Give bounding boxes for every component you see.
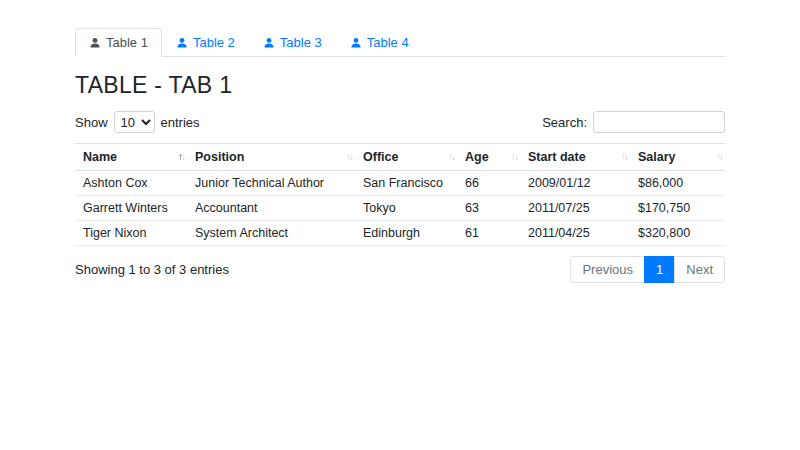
cell-position: Accountant [187, 196, 355, 221]
cell-office: Edinburgh [355, 221, 457, 246]
tab-table-4[interactable]: Table 4 [336, 28, 423, 57]
entries-label: entries [161, 115, 200, 130]
cell-office: San Francisco [355, 171, 457, 196]
cell-office: Tokyo [355, 196, 457, 221]
cell-name: Tiger Nixon [75, 221, 187, 246]
tab-label: Table 3 [280, 35, 322, 50]
table-controls: Show 10 entries Search: [75, 111, 725, 133]
person-icon [176, 37, 188, 49]
column-header-salary[interactable]: Salary ↑↓ [630, 144, 725, 171]
main-container: Table 1 Table 2 Table 3 Table 4 TABLE - … [75, 28, 725, 283]
column-header-position[interactable]: Position ↑↓ [187, 144, 355, 171]
tab-label: Table 4 [367, 35, 409, 50]
cell-start-date: 2009/01/12 [520, 171, 630, 196]
cell-age: 63 [457, 196, 520, 221]
table-info: Showing 1 to 3 of 3 entries [75, 262, 229, 277]
tab-table-1[interactable]: Table 1 [75, 28, 162, 57]
table-footer: Showing 1 to 3 of 3 entries Previous 1 N… [75, 256, 725, 283]
cell-position: System Architect [187, 221, 355, 246]
pagination-next-button[interactable]: Next [674, 256, 725, 283]
cell-salary: $320,800 [630, 221, 725, 246]
cell-age: 66 [457, 171, 520, 196]
tab-table-3[interactable]: Table 3 [249, 28, 336, 57]
column-header-name[interactable]: Name ↑↓ [75, 144, 187, 171]
cell-position: Junior Technical Author [187, 171, 355, 196]
tab-bar: Table 1 Table 2 Table 3 Table 4 [75, 28, 725, 57]
search-input[interactable] [593, 111, 725, 133]
table-row: Ashton Cox Junior Technical Author San F… [75, 171, 725, 196]
tab-label: Table 2 [193, 35, 235, 50]
column-header-office[interactable]: Office ↑↓ [355, 144, 457, 171]
pagination-previous-button[interactable]: Previous [570, 256, 645, 283]
cell-name: Garrett Winters [75, 196, 187, 221]
cell-start-date: 2011/07/25 [520, 196, 630, 221]
cell-name: Ashton Cox [75, 171, 187, 196]
sort-icon: ↑↓ [621, 152, 627, 162]
cell-salary: $86,000 [630, 171, 725, 196]
column-header-start-date[interactable]: Start date ↑↓ [520, 144, 630, 171]
tab-table-2[interactable]: Table 2 [162, 28, 249, 57]
data-table: Name ↑↓ Position ↑↓ Office ↑↓ Age ↑↓ Sta… [75, 143, 725, 246]
show-label: Show [75, 115, 108, 130]
page-title: TABLE - TAB 1 [75, 72, 725, 99]
table-header-row: Name ↑↓ Position ↑↓ Office ↑↓ Age ↑↓ Sta… [75, 144, 725, 171]
person-icon [89, 37, 101, 49]
table-row: Tiger Nixon System Architect Edinburgh 6… [75, 221, 725, 246]
person-icon [263, 37, 275, 49]
sort-icon: ↑↓ [178, 152, 184, 162]
sort-icon: ↑↓ [511, 152, 517, 162]
page-length-control: Show 10 entries [75, 111, 200, 133]
person-icon [350, 37, 362, 49]
cell-salary: $170,750 [630, 196, 725, 221]
sort-icon: ↑↓ [716, 152, 722, 162]
sort-icon: ↑↓ [346, 152, 352, 162]
column-header-age[interactable]: Age ↑↓ [457, 144, 520, 171]
cell-start-date: 2011/04/25 [520, 221, 630, 246]
sort-icon: ↑↓ [448, 152, 454, 162]
search-label: Search: [542, 115, 587, 130]
tab-label: Table 1 [106, 35, 148, 50]
cell-age: 61 [457, 221, 520, 246]
search-control: Search: [542, 111, 725, 133]
pagination-page-1-button[interactable]: 1 [644, 256, 675, 283]
table-row: Garrett Winters Accountant Tokyo 63 2011… [75, 196, 725, 221]
page-length-select[interactable]: 10 [114, 111, 155, 133]
pagination: Previous 1 Next [570, 256, 725, 283]
